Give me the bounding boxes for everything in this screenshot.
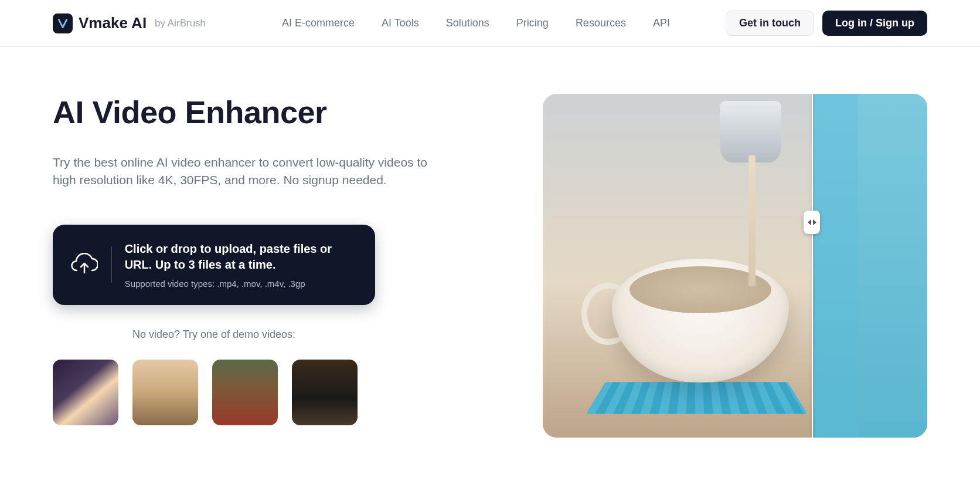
- nav-resources[interactable]: Resources: [576, 17, 626, 29]
- demo-thumb-coffee[interactable]: [292, 360, 358, 425]
- hero-right-column: [498, 94, 927, 438]
- hero-left-column: AI Video Enhancer Try the best online AI…: [53, 94, 451, 438]
- demo-thumb-autumn[interactable]: [212, 360, 278, 425]
- demo-thumb-portrait[interactable]: [53, 360, 118, 425]
- demo-videos-label: No video? Try one of demo videos:: [53, 328, 375, 341]
- comparison-slider-handle[interactable]: [804, 211, 820, 234]
- header-actions: Get in touch Log in / Sign up: [726, 11, 927, 36]
- comparison-slider-line[interactable]: [812, 94, 813, 438]
- primary-nav: AI E-commerce AI Tools Solutions Pricing…: [282, 17, 670, 29]
- comparison-preview-image: [543, 94, 927, 438]
- login-signup-button[interactable]: Log in / Sign up: [822, 11, 927, 36]
- upload-formats-text: Supported video types: .mp4, .mov, .m4v,…: [125, 279, 358, 289]
- get-in-touch-button[interactable]: Get in touch: [726, 11, 814, 36]
- brand-byline: by AirBrush: [155, 18, 206, 29]
- nav-api[interactable]: API: [653, 17, 670, 29]
- nav-solutions[interactable]: Solutions: [446, 17, 489, 29]
- upload-divider: [111, 246, 112, 283]
- nav-ai-ecommerce[interactable]: AI E-commerce: [282, 17, 355, 29]
- upload-text-group: Click or drop to upload, paste files or …: [125, 241, 358, 289]
- site-header: Vmake AI by AirBrush AI E-commerce AI To…: [0, 0, 980, 47]
- upload-dropzone[interactable]: Click or drop to upload, paste files or …: [53, 225, 375, 305]
- page-description: Try the best online AI video enhancer to…: [53, 154, 440, 189]
- nav-ai-tools[interactable]: AI Tools: [382, 17, 419, 29]
- page-title: AI Video Enhancer: [53, 94, 451, 130]
- brand-name: Vmake AI: [79, 14, 147, 32]
- logo-group[interactable]: Vmake AI by AirBrush: [53, 13, 206, 33]
- upload-cloud-icon: [70, 253, 98, 276]
- brand-logo-icon: [53, 13, 73, 33]
- nav-pricing[interactable]: Pricing: [516, 17, 549, 29]
- demo-thumb-car-desert[interactable]: [132, 360, 198, 425]
- demo-thumbnails: [53, 360, 451, 425]
- upload-main-text: Click or drop to upload, paste files or …: [125, 241, 358, 273]
- main-content: AI Video Enhancer Try the best online AI…: [0, 47, 980, 438]
